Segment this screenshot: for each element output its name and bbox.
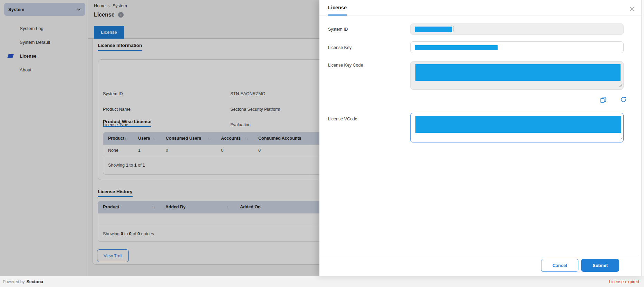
refresh-icon[interactable] [619,96,627,104]
textarea-resize-handle[interactable] [619,135,622,141]
text-caret [453,26,453,32]
drawer-label-license-key: License Key [328,45,352,50]
redacted-value-bar [415,64,621,81]
drawer-label-license-vcode: License VCode [328,117,357,121]
license-key-input[interactable] [410,41,624,53]
app-footer: Powered by Sectona License expired [0,276,644,287]
redacted-value-bar [415,27,452,32]
redacted-value-bar [415,45,498,50]
drawer-header: License [319,0,644,16]
license-drawer: License System ID License Key License Ke… [319,0,644,276]
license-key-code-textarea[interactable] [410,61,624,90]
drawer-scrollbar[interactable] [641,0,644,276]
drawer-label-license-key-code: License Key Code [328,63,363,68]
app-root: System System Log System Default License… [0,0,644,287]
drawer-title: License [328,5,347,16]
textarea-resize-handle[interactable] [619,82,622,88]
license-vcode-textarea[interactable] [410,113,624,142]
license-status-text: License expired [609,279,639,284]
brand-name: Sectona [26,279,43,284]
close-icon[interactable] [629,6,636,12]
redacted-value-bar [415,116,621,133]
drawer-label-system-id: System ID [328,27,348,32]
system-id-input[interactable] [410,23,624,35]
copy-icon[interactable] [599,96,607,104]
powered-by-text: Powered by [3,279,25,284]
submit-button[interactable]: Submit [581,259,619,272]
drawer-footer-divider [319,255,638,255]
cancel-button[interactable]: Cancel [541,259,578,272]
